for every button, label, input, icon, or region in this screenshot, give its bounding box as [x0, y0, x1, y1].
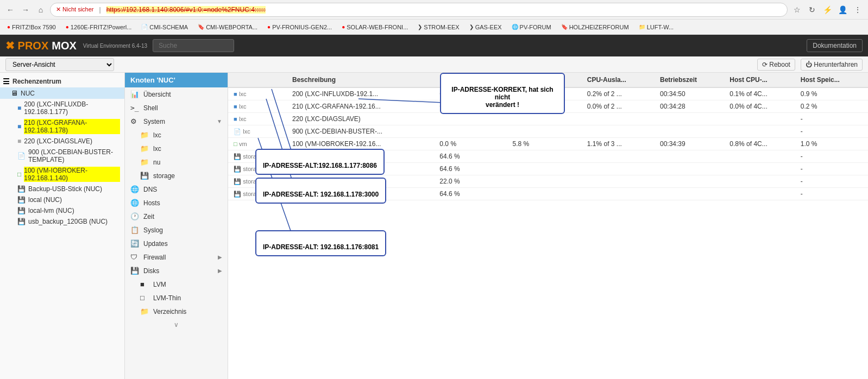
verzeichnis-icon: 📁	[140, 307, 150, 315]
cell-host-cpu: 0.1% of 4C...	[724, 87, 795, 100]
disks-icon: 💾	[130, 267, 140, 275]
col-cpu: CPU-Ausla...	[582, 73, 655, 87]
sidebar-node-nuc[interactable]: 🖥 NUC	[0, 87, 124, 99]
home-button[interactable]: ⌂	[35, 4, 47, 16]
lxc-icon: ■	[17, 104, 21, 112]
bookmark-1260e[interactable]: ● 1260E-FRITZ!Powerl...	[63, 23, 135, 31]
back-button[interactable]: ←	[4, 4, 16, 16]
menu-overview[interactable]: 📊 Übersicht	[125, 87, 228, 101]
search-input[interactable]	[153, 39, 234, 52]
menu-lxc-2[interactable]: 📁 lxc	[125, 142, 228, 155]
menu-zeit[interactable]: 🕐 Zeit	[125, 210, 228, 223]
sidebar-item-influxdb[interactable]: ■ 200 (LXC-INFLUXDB-192.168.1.177)	[0, 99, 124, 117]
cell-mem	[507, 150, 582, 163]
sidebar-item-debian[interactable]: 📄 900 (LXC-DEBIAN-BUSTER-TEMPLATE)	[0, 147, 124, 165]
col-type	[228, 73, 287, 87]
extension-button[interactable]: ⚡	[821, 4, 833, 16]
refresh-button[interactable]: ↻	[806, 4, 818, 16]
settings-button[interactable]: ⋮	[852, 4, 864, 16]
cell-mem	[507, 175, 582, 188]
bookmark-fritzbox[interactable]: ● FRITZ!Box 7590	[4, 23, 59, 31]
server-view-select[interactable]: Server-Ansicht	[5, 58, 114, 71]
menu-dns[interactable]: 🌐 DNS	[125, 182, 228, 196]
shutdown-button[interactable]: ⏻ Herunterfahren	[801, 59, 863, 71]
menu-lvm[interactable]: ■ LVM	[125, 277, 228, 291]
type-label: lxc	[243, 128, 250, 135]
grafana-label: 210 (LXC-GRAFANA-192.168.1.178)	[24, 119, 120, 134]
menu-firewall[interactable]: 🛡 Firewall ▶	[125, 250, 228, 264]
cell-host-mem: 0.2 %	[795, 100, 868, 113]
datacenter-label: Rechenzentrum	[12, 78, 61, 85]
forward-button[interactable]: →	[20, 4, 32, 16]
bookmark-holzheizer[interactable]: 🔖 HOLZHEIZERFORUM	[558, 23, 632, 31]
lvm-icon: ■	[140, 280, 150, 288]
menu-scroll-down[interactable]: ∨	[125, 318, 228, 331]
bookmark-gas-eex[interactable]: ❯ GAS-EEX	[467, 23, 505, 31]
hosts-label: Hosts	[143, 199, 160, 207]
sidebar-datacenter[interactable]: ☰ Rechenzentrum	[0, 75, 124, 87]
profile-button[interactable]: 👤	[836, 4, 848, 16]
not-secure-indicator: ✕ Nicht sicher	[56, 6, 94, 13]
cell-uptime: 00:34:39	[655, 138, 724, 150]
cell-host-mem: 0.9 %	[795, 87, 868, 100]
callout-ip-alt-176: IP-ADRESSE-ALT: 192.168.1.176:8081	[255, 230, 386, 256]
menu-storage-sub[interactable]: 💾 storage	[125, 169, 228, 182]
bookmark-luft[interactable]: 📁 LUFT-W...	[636, 23, 677, 31]
cell-host-mem: 1.0 %	[795, 138, 868, 150]
cell-mem	[507, 188, 582, 200]
type-icon: 💾	[234, 153, 241, 160]
documentation-button[interactable]: Dokumentation	[807, 39, 863, 52]
sidebar-item-iobroker[interactable]: □ 100 (VM-IOBROKER-192.168.1.140)	[0, 165, 124, 184]
menu-lvm-thin[interactable]: □ LVM-Thin	[125, 291, 228, 305]
menu-verzeichnis[interactable]: 📁 Verzeichnis	[125, 305, 228, 318]
menu-updates[interactable]: 🔄 Updates	[125, 237, 228, 250]
reboot-button[interactable]: ⟳ Reboot	[757, 59, 795, 71]
bookmark-solar-web[interactable]: ● SOLAR-WEB-FRONI...	[339, 23, 411, 31]
col-desc: Beschreibung	[287, 73, 434, 87]
menu-hosts[interactable]: 🌐 Hosts	[125, 196, 228, 210]
type-icon: 💾	[234, 166, 241, 172]
menu-nu[interactable]: 📁 nu	[125, 155, 228, 169]
cell-disk: 64.6 %	[434, 188, 507, 200]
menu-disks[interactable]: 💾 Disks ▶	[125, 264, 228, 277]
sidebar-item-diagslave[interactable]: ■ 220 (LXC-DIAGSLAVE)	[0, 136, 124, 147]
lxc-icon-grafana: ■	[17, 123, 21, 130]
cell-type: ■ lxc	[228, 100, 287, 113]
menu-syslog[interactable]: 📋 Syslog	[125, 223, 228, 237]
dns-label: DNS	[143, 186, 157, 193]
bookmark-pv-fronius[interactable]: ● PV-FRONIUS-GEN2...	[265, 23, 335, 31]
cell-host-mem: -	[795, 113, 868, 125]
sidebar-item-local[interactable]: 💾 local (NUC)	[0, 194, 124, 205]
bookmark-pv-forum[interactable]: 🌐 PV-FORUM	[509, 23, 554, 31]
sidebar-item-local-lvm[interactable]: 💾 local-lvm (NUC)	[0, 205, 124, 216]
overview-icon: 📊	[130, 90, 140, 98]
lxc2-icon: 📁	[140, 144, 150, 153]
menu-lxc-1[interactable]: 📁 lxc	[125, 128, 228, 142]
bookmark-cmi-schema[interactable]: 📄 CMI-SCHEMA	[139, 23, 191, 31]
cell-host-cpu	[724, 188, 795, 200]
backup-usb-label: Backup-USB-Stick (NUC)	[28, 185, 102, 193]
logo-proxmox: ✖ PROX	[5, 39, 48, 52]
bookmark-star-button[interactable]: ☆	[791, 4, 803, 16]
address-bar[interactable]: ✕ Nicht sicher | https://192.168.1.140:8…	[50, 3, 788, 17]
cell-cpu	[582, 150, 655, 163]
menu-shell[interactable]: >_ Shell	[125, 101, 228, 115]
sidebar-item-grafana[interactable]: ■ 210 (LXC-GRAFANA-192.168.1.178)	[0, 117, 124, 136]
callout-ip-correct: IP-ADRESSE-KORREKT, hat sich nichtveränd…	[440, 73, 565, 114]
iobroker-label: 100 (VM-IOBROKER-192.168.1.140)	[24, 167, 120, 182]
table-area: Beschreibung Disk-Ausla... Speicherve...…	[228, 73, 868, 379]
bookmark-cmi-webporta[interactable]: 🔖 CMI-WEBPORTA...	[195, 23, 260, 31]
syslog-label: Syslog	[143, 226, 163, 234]
sidebar-item-backup-usb[interactable]: 💾 Backup-USB-Stick (NUC)	[0, 184, 124, 194]
cell-cpu	[582, 175, 655, 188]
lxc1-label: lxc	[153, 131, 161, 139]
sidebar-item-usb-backup[interactable]: 💾 usb_backup_120GB (NUC)	[0, 216, 124, 227]
type-label: lxc	[239, 116, 246, 122]
cell-mem	[507, 163, 582, 175]
cell-disk	[434, 113, 507, 125]
cell-cpu: 0.0% of 2 ...	[582, 100, 655, 113]
type-icon: ■	[234, 91, 237, 97]
system-expand-arrow: ▼	[217, 118, 222, 124]
bookmark-strom-eex[interactable]: ❯ STROM-EEX	[415, 23, 462, 31]
menu-system[interactable]: ⚙ System ▼	[125, 115, 228, 128]
